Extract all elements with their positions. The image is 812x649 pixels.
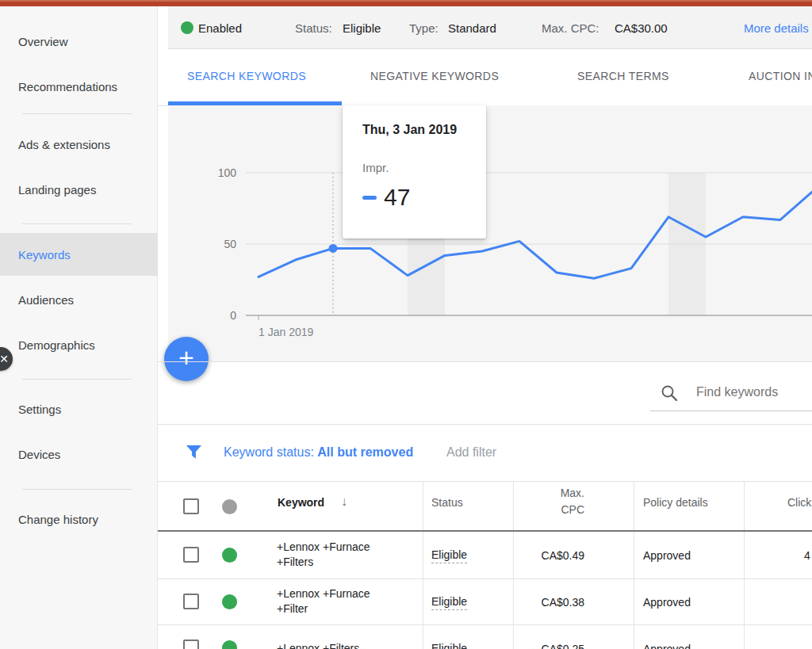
highlighted-data-point[interactable] — [329, 244, 338, 253]
max-cpc-header-line1: Max. — [513, 485, 584, 502]
keyword-enabled-dot — [222, 640, 237, 649]
row-checkbox[interactable] — [183, 547, 199, 563]
status-eligible[interactable]: Eligible — [431, 642, 467, 649]
sidebar-item-demographics[interactable]: Demographics — [18, 338, 95, 352]
enabled-status-dot — [181, 21, 193, 34]
clicks-value-cell: 4 — [804, 549, 810, 562]
sidebar-item-keywords[interactable]: Keywords — [18, 248, 71, 262]
sidebar-item-ads-extensions[interactable]: Ads & extensions — [18, 138, 110, 151]
series-color-swatch — [362, 196, 377, 200]
filter-label: Keyword status: — [224, 445, 314, 459]
max-cpc-label: Max. CPC: — [542, 21, 599, 35]
column-header-keyword[interactable]: Keyword — [278, 496, 324, 509]
policy-approved: Approved — [643, 643, 691, 649]
chart-tooltip: Thu, 3 Jan 2019 Impr. 47 — [343, 105, 486, 239]
divider — [22, 379, 132, 380]
type-label: Type: — [409, 21, 439, 35]
policy-approved: Approved — [643, 596, 691, 609]
column-header-max-cpc[interactable]: Max. CPC — [513, 485, 584, 518]
tooltip-value: 47 — [384, 184, 410, 211]
line-chart-canvas[interactable] — [168, 105, 812, 361]
sidebar-item-change-history[interactable]: Change history — [18, 513, 98, 526]
divider — [158, 424, 812, 425]
header-bottom-border — [158, 530, 812, 532]
keyword-text: +Lennox +Filters — [277, 641, 396, 649]
column-header-policy-details[interactable]: Policy details — [643, 496, 708, 509]
tooltip-metric-label: Impr. — [362, 161, 486, 174]
divider — [158, 481, 812, 482]
impressions-chart[interactable]: 100 50 0 1 Jan 2019 Thu, 3 Jan 2019 Impr… — [168, 105, 812, 361]
select-all-checkbox[interactable] — [183, 498, 199, 514]
status-value: Eligible — [343, 21, 381, 35]
row-checkbox[interactable] — [183, 639, 199, 649]
more-details-link[interactable]: More details — [744, 21, 809, 35]
policy-approved: Approved — [643, 549, 691, 562]
status-label: Status: — [295, 21, 332, 35]
keyword-enabled-dot — [222, 548, 237, 563]
max-cpc-header-line2: CPC — [513, 502, 584, 518]
google-ads-keywords-screen: Overview Recommendations Ads & extension… — [0, 0, 812, 649]
divider — [22, 113, 132, 114]
header-status-dot — [222, 499, 237, 514]
keyword-text: +Lennox +Furnace +Filter — [277, 586, 396, 617]
sidebar-item-landing-pages[interactable]: Landing pages — [18, 183, 96, 197]
top-accent-bar — [0, 0, 812, 6]
max-cpc-value-cell[interactable]: CA$0.49 — [513, 549, 584, 562]
sidebar-item-settings[interactable]: Settings — [18, 403, 61, 416]
sidebar: Overview Recommendations Ads & extension… — [0, 6, 158, 649]
type-value: Standard — [448, 21, 496, 35]
y-tick-50: 50 — [198, 238, 236, 250]
search-input[interactable] — [695, 384, 809, 400]
max-cpc-value-cell[interactable]: CA$0.25 — [513, 643, 584, 649]
tooltip-date: Thu, 3 Jan 2019 — [362, 123, 486, 137]
max-cpc-value-cell[interactable]: CA$0.38 — [513, 596, 584, 609]
tab-search-terms[interactable]: SEARCH TERMS — [577, 70, 669, 82]
keyword-status-filter-chip[interactable]: Keyword status: All but removed — [224, 445, 413, 460]
sidebar-item-overview[interactable]: Overview — [18, 35, 68, 48]
row-checkbox[interactable] — [183, 594, 199, 609]
add-keyword-fab[interactable]: + — [164, 337, 209, 381]
row-divider — [158, 624, 812, 625]
x-axis-label: 1 Jan 2019 — [259, 326, 313, 338]
sidebar-item-audiences[interactable]: Audiences — [18, 293, 74, 307]
max-cpc-value: CA$30.00 — [615, 21, 668, 35]
keyword-enabled-dot — [222, 594, 237, 609]
status-eligible[interactable]: Eligible — [431, 548, 467, 563]
enabled-label: Enabled — [198, 21, 242, 35]
tab-search-keywords[interactable]: SEARCH KEYWORDS — [187, 70, 306, 82]
column-header-status[interactable]: Status — [431, 496, 463, 509]
tab-negative-keywords[interactable]: NEGATIVE KEYWORDS — [370, 70, 499, 82]
find-keywords-field[interactable] — [650, 380, 812, 411]
status-eligible[interactable]: Eligible — [431, 595, 467, 610]
column-header-clicks[interactable]: Clicks — [787, 496, 812, 509]
sort-descending-icon[interactable]: ↓ — [341, 494, 347, 509]
add-filter-button[interactable]: Add filter — [446, 445, 496, 460]
filter-value: All but removed — [317, 445, 413, 459]
tab-auction-insights[interactable]: AUCTION INSIGHTS — [749, 70, 812, 82]
y-tick-100: 100 — [198, 166, 236, 179]
y-tick-0: 0 — [198, 309, 236, 322]
divider — [158, 361, 812, 362]
divider — [22, 223, 132, 224]
filter-funnel-icon — [185, 443, 203, 461]
row-divider — [158, 578, 812, 579]
divider — [22, 489, 132, 490]
keyword-text: +Lennox +Furnace +Filters — [277, 540, 396, 570]
impressions-line[interactable] — [259, 187, 812, 278]
sidebar-item-devices[interactable]: Devices — [18, 448, 60, 461]
search-icon — [660, 384, 679, 403]
sidebar-item-recommendations[interactable]: Recommendations — [18, 80, 117, 94]
